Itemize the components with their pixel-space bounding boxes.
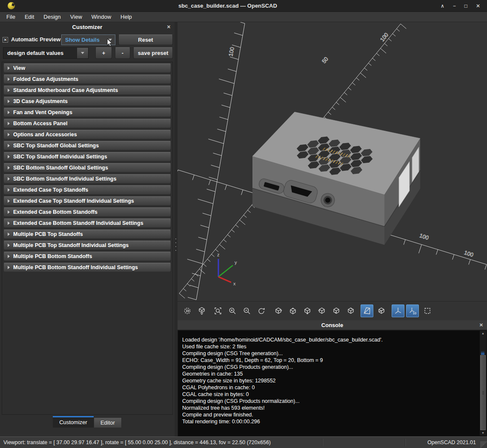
chevron-right-icon xyxy=(8,78,10,81)
mouse-cursor xyxy=(107,38,114,48)
console-close-icon[interactable]: ✕ xyxy=(479,322,483,328)
preset-dropdown[interactable]: design default values xyxy=(3,47,89,59)
view-left-icon xyxy=(318,307,326,315)
console-line: Compiling design (CSG Products generatio… xyxy=(182,364,476,370)
chevron-right-icon xyxy=(8,133,10,136)
chevron-right-icon xyxy=(8,177,10,181)
view-back-button[interactable] xyxy=(344,304,357,317)
section-fan-vent[interactable]: Fan and Vent Openings xyxy=(3,108,171,117)
view-bottom-icon xyxy=(303,307,312,315)
chevron-right-icon xyxy=(8,188,10,192)
chevron-right-icon xyxy=(8,155,10,158)
customizer-title: Customizer xyxy=(72,24,103,30)
perspective-button[interactable] xyxy=(361,304,373,317)
svg-text:100: 100 xyxy=(227,46,235,57)
view-right-button[interactable] xyxy=(272,304,285,317)
chevron-right-icon xyxy=(8,221,10,225)
right-side: 100 50 100 100 100 xyxy=(178,22,487,437)
view-front-icon xyxy=(332,307,341,315)
section-ext-top-individual[interactable]: Extended Case Top Standoff Individual Se… xyxy=(3,196,171,206)
view-left-button[interactable] xyxy=(315,304,328,317)
console-line: Compiling design (CSG Tree generation)..… xyxy=(182,350,476,357)
section-multi-pcb-bottom[interactable]: Multiple PCB Bottom Standoffs xyxy=(3,252,171,261)
close-button[interactable]: ✕ xyxy=(476,3,480,9)
show-scale-markers-button[interactable]: 10 xyxy=(406,304,419,317)
reset-button[interactable]: Reset xyxy=(118,34,173,45)
menu-design[interactable]: Design xyxy=(39,12,65,22)
section-multi-pcb-bottom-individual[interactable]: Multiple PCB Bottom Standoff Individual … xyxy=(3,263,171,272)
console-line: Compiling design (CSG Products normaliza… xyxy=(182,398,476,405)
zoom-fit-button[interactable] xyxy=(212,304,224,317)
menu-window[interactable]: Window xyxy=(87,12,116,22)
section-ext-bottom-individual[interactable]: Extended Case Bottom Standoff Individual… xyxy=(3,218,171,228)
section-multi-pcb-top-individual[interactable]: Multiple PCB Top Standoff Individual Set… xyxy=(3,241,171,250)
console-line: Compile and preview finished. xyxy=(182,411,476,418)
view-top-button[interactable] xyxy=(286,304,299,317)
3d-viewport[interactable]: 100 50 100 100 100 xyxy=(178,22,487,301)
section-sbc-bottom-global[interactable]: SBC Bottom Standoff Global Settings xyxy=(3,163,171,172)
splitter-handle-icon xyxy=(175,238,176,239)
panel-splitter[interactable] xyxy=(175,22,178,437)
svg-text:z: z xyxy=(217,252,220,257)
remove-preset-button[interactable]: - xyxy=(115,47,130,59)
reset-view-icon xyxy=(183,307,192,315)
scroll-up-icon[interactable]: ▲ xyxy=(480,331,486,336)
zoom-in-button[interactable] xyxy=(226,304,239,317)
minimize-button[interactable]: − xyxy=(453,3,456,9)
section-standard-motherboard[interactable]: Standard Motherboard Case Adjustments xyxy=(3,86,171,95)
automatic-preview-checkbox[interactable] xyxy=(3,37,8,43)
menu-view[interactable]: View xyxy=(66,12,87,22)
console-header: Console ✕ xyxy=(178,320,487,330)
section-sbc-top-individual[interactable]: SBC Top Standoff Individual Settings xyxy=(3,152,171,161)
section-3d-case[interactable]: 3D Case Adjustments xyxy=(3,97,171,106)
section-folded-case[interactable]: Folded Case Adjustments xyxy=(3,75,171,84)
view-entire-icon xyxy=(423,307,432,315)
chevron-right-icon xyxy=(8,122,10,125)
reset-view-button[interactable] xyxy=(181,304,194,317)
zoom-out-icon xyxy=(243,307,251,315)
view-bottom-button[interactable] xyxy=(301,304,314,317)
maximize-button[interactable]: □ xyxy=(464,3,467,9)
view-top-icon xyxy=(289,307,297,315)
add-preset-button[interactable]: + xyxy=(95,47,112,59)
menu-file[interactable]: File xyxy=(2,12,20,22)
chevron-right-icon xyxy=(8,255,10,258)
section-sbc-top-global[interactable]: SBC Top Standoff Global Settings xyxy=(3,141,171,150)
section-ext-top-standoffs[interactable]: Extended Case Top Standoffs xyxy=(3,185,171,195)
show-axes-button[interactable] xyxy=(392,304,404,317)
shade-button[interactable]: ∧ xyxy=(441,3,444,9)
chevron-right-icon xyxy=(8,166,10,169)
section-multi-pcb-top[interactable]: Multiple PCB Top Standoffs xyxy=(3,230,171,239)
section-view[interactable]: View xyxy=(3,63,171,73)
section-sbc-bottom-individual[interactable]: SBC Bottom Standoff Individual Settings xyxy=(3,174,171,184)
section-ext-bottom-standoffs[interactable]: Extended Case Bottom Standoffs xyxy=(3,207,171,217)
orthogonal-button[interactable] xyxy=(375,304,388,317)
console-scrollbar[interactable]: ▲ ▼ xyxy=(480,331,486,436)
automatic-preview-label: Automatic Preview xyxy=(11,36,60,43)
view-entire-button[interactable] xyxy=(421,304,434,317)
save-preset-button[interactable]: save preset xyxy=(133,47,173,59)
section-bottom-access[interactable]: Bottom Access Panel xyxy=(3,119,171,128)
customizer-controls-row1: Automatic Preview Show Details Reset xyxy=(0,34,175,46)
show-axes-icon xyxy=(394,307,402,315)
view-front-button[interactable] xyxy=(330,304,343,317)
reset-rotation-button[interactable] xyxy=(255,304,268,317)
resize-grip[interactable] xyxy=(480,441,487,448)
console-line: CGAL cache size in bytes: 0 xyxy=(182,391,476,398)
section-options-accessories[interactable]: Options and Accessories xyxy=(3,130,171,139)
zoom-out-button[interactable] xyxy=(241,304,253,317)
chevron-right-icon xyxy=(8,199,10,203)
menu-help[interactable]: Help xyxy=(116,12,137,22)
preset-dropdown-value: design default values xyxy=(7,50,63,56)
chevron-right-icon xyxy=(8,100,10,103)
customizer-close-icon[interactable]: ✕ xyxy=(167,24,171,30)
scroll-down-icon[interactable]: ▼ xyxy=(480,431,486,436)
tab-editor[interactable]: Editor xyxy=(94,417,122,428)
scrollbar-thumb[interactable] xyxy=(480,355,486,430)
chevron-right-icon xyxy=(8,89,10,92)
tab-customizer[interactable]: Customizer xyxy=(53,416,94,428)
menu-edit[interactable]: Edit xyxy=(20,12,39,22)
chevron-right-icon xyxy=(8,266,10,269)
view-all-button[interactable] xyxy=(195,304,208,317)
console-log[interactable]: Loaded design '/home/hominoid/CADCAM/sbc… xyxy=(178,330,487,437)
